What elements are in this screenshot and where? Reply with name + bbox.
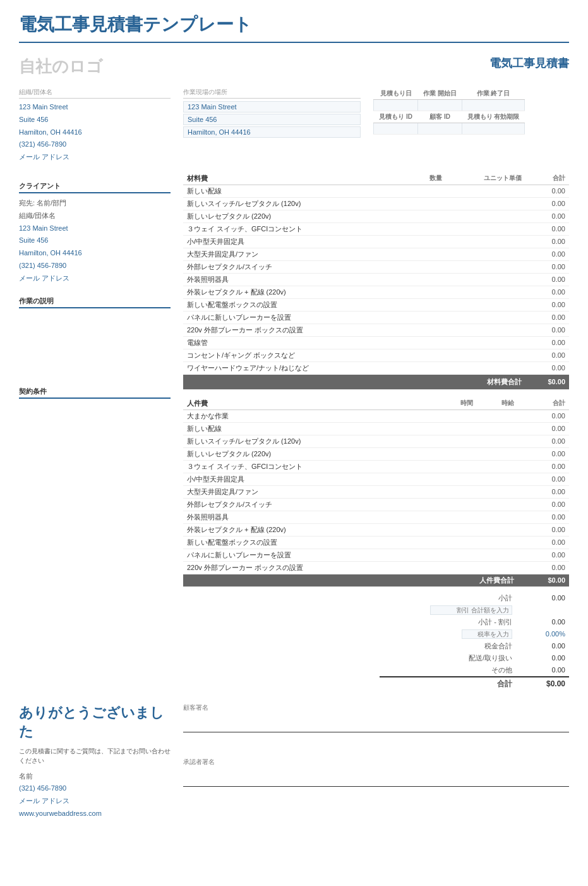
labor-item-hours[interactable]: [436, 549, 477, 561]
materials-item-total: 0.00: [525, 286, 569, 298]
materials-row: ３ウェイ スイッチ、GFCIコンセント 0.00: [183, 222, 569, 235]
tax-rate-input[interactable]: [462, 629, 512, 639]
date-val6[interactable]: [462, 123, 525, 135]
labor-row: 外装照明器具 0.00: [183, 511, 569, 523]
date-val2[interactable]: [418, 100, 462, 111]
materials-item-qty[interactable]: [410, 210, 445, 222]
labor-item-hours[interactable]: [436, 473, 477, 485]
labor-item-hours[interactable]: [436, 536, 477, 549]
materials-item-unit[interactable]: [446, 311, 525, 324]
labor-item-hours[interactable]: [436, 460, 477, 473]
labor-row: 大まかな作業 0.00: [183, 410, 569, 422]
labor-item-rate[interactable]: [477, 549, 518, 561]
materials-item-unit[interactable]: [446, 197, 525, 210]
labor-item-hours[interactable]: [436, 485, 477, 498]
materials-item-qty[interactable]: [410, 286, 445, 298]
materials-item-qty[interactable]: [410, 298, 445, 311]
materials-item-qty[interactable]: [410, 185, 445, 197]
materials-item-qty[interactable]: [410, 324, 445, 336]
labor-item-hours[interactable]: [436, 511, 477, 523]
labor-item-rate[interactable]: [477, 447, 518, 460]
approver-sig-line[interactable]: [183, 768, 569, 787]
materials-item-unit[interactable]: [446, 235, 525, 248]
labor-item-rate[interactable]: [477, 485, 518, 498]
materials-item-unit[interactable]: [446, 349, 525, 361]
date-col1-header: 見積もり日: [374, 88, 418, 100]
materials-item-qty[interactable]: [410, 361, 445, 374]
date-val5[interactable]: [418, 123, 462, 135]
site-info: 作業現場の場所 123 Main Street Suite 456 Hamilt…: [183, 88, 361, 139]
materials-item-unit[interactable]: [446, 210, 525, 222]
labor-row: 新しい配線 0.00: [183, 422, 569, 435]
doc-title: 電気工事見積書: [489, 56, 569, 71]
signatures-area: 顧客署名 承認者署名: [183, 703, 569, 787]
materials-row: 外装レセプタクル + 配線 (220v) 0.00: [183, 286, 569, 298]
labor-item-rate[interactable]: [477, 473, 518, 485]
labor-item-hours[interactable]: [436, 498, 477, 511]
materials-item-unit[interactable]: [446, 273, 525, 286]
labor-item-rate[interactable]: [477, 498, 518, 511]
materials-item-qty[interactable]: [410, 336, 445, 349]
date-val4[interactable]: [374, 123, 418, 135]
subtotal-discount-label: 小計 - 割引: [380, 616, 519, 628]
labor-item-hours[interactable]: [436, 523, 477, 536]
labor-item-rate[interactable]: [477, 460, 518, 473]
materials-subtotal-value: $0.00: [525, 374, 569, 389]
labor-item-hours[interactable]: [436, 435, 477, 447]
labor-item-rate[interactable]: [477, 536, 518, 549]
materials-item-qty[interactable]: [410, 222, 445, 235]
materials-item-total: 0.00: [525, 361, 569, 374]
labor-item-hours[interactable]: [436, 561, 477, 574]
materials-item-unit[interactable]: [446, 361, 525, 374]
labor-section-label: 人件費: [183, 397, 436, 410]
materials-row: 電線管 0.00: [183, 336, 569, 349]
materials-item-total: 0.00: [525, 324, 569, 336]
materials-item-unit[interactable]: [446, 324, 525, 336]
date-val1[interactable]: [374, 100, 418, 111]
labor-item-rate[interactable]: [477, 422, 518, 435]
materials-item-qty[interactable]: [410, 197, 445, 210]
labor-item-total: 0.00: [518, 447, 569, 460]
materials-item-qty[interactable]: [410, 273, 445, 286]
materials-item-unit[interactable]: [446, 336, 525, 349]
materials-item-qty[interactable]: [410, 260, 445, 273]
labor-item-rate[interactable]: [477, 511, 518, 523]
materials-item-unit[interactable]: [446, 286, 525, 298]
materials-item-unit[interactable]: [446, 185, 525, 197]
discount-input[interactable]: [430, 605, 512, 615]
materials-item-unit[interactable]: [446, 260, 525, 273]
materials-item-unit[interactable]: [446, 298, 525, 311]
materials-item-qty[interactable]: [410, 311, 445, 324]
materials-item-unit[interactable]: [446, 222, 525, 235]
materials-row: 小/中型天井固定具 0.00: [183, 235, 569, 248]
materials-item-total: 0.00: [525, 349, 569, 361]
materials-item-qty[interactable]: [410, 248, 445, 260]
materials-row: パネルに新しいブレーカーを設置 0.00: [183, 311, 569, 324]
labor-item-hours[interactable]: [436, 447, 477, 460]
labor-item-name: 新しいレセプタクル (220v): [183, 447, 436, 460]
site-address2[interactable]: Suite 456: [183, 114, 361, 125]
site-city[interactable]: Hamilton, OH 44416: [183, 126, 361, 138]
labor-row: パネルに新しいブレーカーを設置 0.00: [183, 549, 569, 561]
labor-item-hours[interactable]: [436, 422, 477, 435]
materials-row: 新しい配線 0.00: [183, 185, 569, 197]
labor-item-total: 0.00: [518, 422, 569, 435]
labor-item-total: 0.00: [518, 511, 569, 523]
customer-sig-line[interactable]: [183, 713, 569, 732]
date-val3[interactable]: [462, 100, 525, 111]
labor-item-rate[interactable]: [477, 410, 518, 422]
site-label: 作業現場の場所: [183, 88, 361, 99]
materials-item-qty[interactable]: [410, 349, 445, 361]
org-email: メール アドレス: [19, 151, 171, 164]
site-address1[interactable]: 123 Main Street: [183, 101, 361, 112]
materials-item-total: 0.00: [525, 260, 569, 273]
logo: 自社のロゴ: [19, 56, 103, 78]
materials-item-unit[interactable]: [446, 248, 525, 260]
labor-item-rate[interactable]: [477, 523, 518, 536]
labor-item-hours[interactable]: [436, 410, 477, 422]
materials-item-qty[interactable]: [410, 235, 445, 248]
client-section-title: クライアント: [19, 181, 171, 193]
date-col4-header: 見積もり ID: [374, 111, 418, 123]
labor-item-rate[interactable]: [477, 561, 518, 574]
labor-item-rate[interactable]: [477, 435, 518, 447]
